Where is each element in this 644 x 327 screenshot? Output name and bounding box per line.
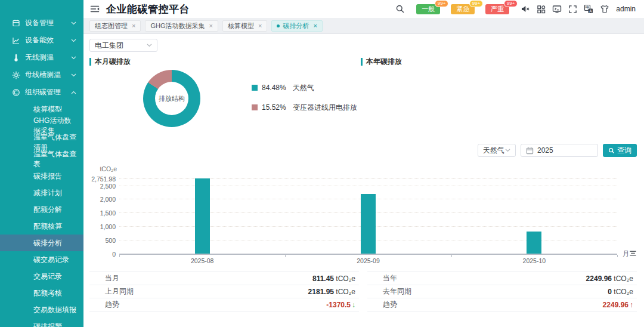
sidebar-item-label: 交易记录 <box>33 272 62 282</box>
chevron-up-icon <box>71 91 76 94</box>
sidebar-item-quota-accounting[interactable]: 配额核算 <box>0 218 83 235</box>
y-axis-tick-label: 1,000 <box>89 223 116 230</box>
sidebar-item-carbon-alarm[interactable]: 碳排报警 <box>0 318 83 327</box>
tab-config-diagram-mgmt[interactable]: 组态图管理× <box>89 20 141 32</box>
tab-accounting-model[interactable]: 核算模型× <box>222 20 267 32</box>
busbar-icon <box>12 71 20 79</box>
sidebar-item-label: 核算模型 <box>33 104 62 115</box>
tab-close-icon[interactable]: × <box>209 22 213 29</box>
sidebar-item-carbon-trade-records[interactable]: 碳交易记录 <box>0 251 83 268</box>
year-date-input[interactable]: 2025 <box>521 144 598 157</box>
sidebar-item-carbon-report[interactable]: 碳排报告 <box>0 168 83 184</box>
summary-row-value: 811.45 tCO₂e <box>312 274 359 283</box>
menu-fold-icon[interactable] <box>89 4 100 14</box>
year-summary-table: 当年2249.96 tCO₂e去年同期0 tCO₂e趋势2249.96↑ <box>367 272 637 311</box>
page-title: 企业能碳管控平台 <box>106 2 190 16</box>
year-section-header: 本年碳排放 <box>361 57 637 67</box>
main-area: 企业能碳管控平台 一般99+紧急99+严重99+ 中A admin 组态图管理×… <box>83 0 644 327</box>
section-accent-bar <box>89 58 91 66</box>
mute-icon[interactable] <box>521 4 530 14</box>
alarm-badge-critical[interactable]: 严重99+ <box>485 4 509 14</box>
tab-close-icon[interactable]: × <box>132 22 135 29</box>
sidebar-item-label: 温室气体盘查表 <box>33 149 76 169</box>
sidebar-item-label: 碳排报警 <box>33 322 62 327</box>
sidebar-item-quota-decompose[interactable]: 配额分解 <box>0 201 83 218</box>
sidebar-item-ghg-inventory-list[interactable]: 温室气体盘查清册 <box>0 134 83 151</box>
query-button-label: 查询 <box>617 146 631 156</box>
y-axis-tick-label: 500 <box>89 237 116 244</box>
trend-down-arrow-icon: ↓ <box>352 301 355 309</box>
search-icon[interactable] <box>395 4 405 14</box>
summary-row-label: 上月同期 <box>89 286 134 297</box>
svg-text:A: A <box>589 9 592 13</box>
x-axis-tick <box>119 255 120 257</box>
query-button[interactable]: 查询 <box>603 144 637 157</box>
sidebar-item-accounting-model[interactable]: 核算模型 <box>0 101 83 118</box>
summary-row-value: 2249.96 tCO₂e <box>586 274 637 283</box>
table-row: 当月811.45 tCO₂e <box>89 272 359 285</box>
sidebar-item-ghg-inventory-table[interactable]: 温室气体盘查表 <box>0 151 83 168</box>
chart-toolbox-icon[interactable] <box>629 249 637 260</box>
summary-row-label: 当年 <box>367 273 397 283</box>
screen-icon[interactable] <box>552 4 562 14</box>
tab-label: 组态图管理 <box>95 21 128 30</box>
user-name[interactable]: admin <box>616 5 636 13</box>
sidebar-item-device-mgmt[interactable]: 设备管理 <box>0 14 83 32</box>
x-axis-category-label: 2025-09 <box>342 257 395 264</box>
alarm-badge-urgent[interactable]: 紧急99+ <box>451 4 475 14</box>
sidebar-item-trade-records[interactable]: 交易记录 <box>0 268 83 285</box>
gas-select-value: 天然气 <box>483 146 504 156</box>
sidebar-item-device-efficiency[interactable]: 设备能效 <box>0 32 83 49</box>
sidebar-item-trade-data-report[interactable]: 交易数据填报 <box>0 301 83 318</box>
translate-icon[interactable]: 中A <box>584 4 593 14</box>
theme-icon[interactable] <box>600 4 609 14</box>
sidebar-item-reduction-plan[interactable]: 减排计划 <box>0 184 83 201</box>
summary-value-number: -1370.5 <box>326 301 351 309</box>
summary-value-unit: tCO₂e <box>612 288 633 296</box>
chevron-down-icon <box>71 56 76 60</box>
sidebar: 设备管理设备能效无线测温母线槽测温组织碳管理核算模型GHG活动数据采集温室气体盘… <box>0 0 83 327</box>
org-select[interactable]: 电工集团 <box>89 39 157 52</box>
summary-row-value: 2181.95 tCO₂e <box>308 288 359 296</box>
sidebar-item-label: 母线槽测温 <box>25 70 61 80</box>
fullscreen-icon[interactable] <box>568 5 577 14</box>
sidebar-item-carbon-analysis[interactable]: 碳排分析 <box>0 235 83 251</box>
sidebar-item-wireless-temp[interactable]: 无线测温 <box>0 49 83 66</box>
org-select-value: 电工集团 <box>95 41 123 51</box>
sidebar-item-ghg-data-collect[interactable]: GHG活动数据采集 <box>0 118 83 134</box>
year-emission-panel: 本年碳排放 天然气 2025 查询 <box>361 57 637 162</box>
bar-2025-08 <box>195 178 210 254</box>
year-section-title: 本年碳排放 <box>366 57 402 67</box>
month-summary-table: 当月811.45 tCO₂e上月同期2181.95 tCO₂e趋势-1370.5… <box>89 272 359 311</box>
sidebar-item-label: 配额分解 <box>33 205 62 215</box>
summary-row-label: 当月 <box>89 273 119 283</box>
summary-value-unit: tCO₂e <box>612 274 633 283</box>
table-row: 当年2249.96 tCO₂e <box>367 272 637 285</box>
tab-close-icon[interactable]: × <box>258 22 262 29</box>
summary-row-value: -1370.5↓ <box>326 301 359 309</box>
alarm-badge-count: 99+ <box>504 0 518 7</box>
section-accent-bar <box>361 58 363 66</box>
apps-icon[interactable] <box>537 5 546 14</box>
y-axis-tick-label: 2,000 <box>89 196 116 203</box>
tab-close-icon[interactable]: × <box>313 22 317 29</box>
year-date-value: 2025 <box>537 146 553 155</box>
sidebar-item-quota-assessment[interactable]: 配额考核 <box>0 285 83 301</box>
sidebar-item-label: 碳交易记录 <box>33 255 69 265</box>
sidebar-item-org-carbon-mgmt[interactable]: 组织碳管理 <box>0 84 83 101</box>
tab-carbon-analysis[interactable]: 碳排分析× <box>271 20 322 32</box>
alarm-badge-general[interactable]: 一般99+ <box>416 4 440 14</box>
legend-swatch <box>252 85 258 91</box>
summary-value-number: 811.45 <box>312 274 334 283</box>
tab-ghg-data-collect[interactable]: GHG活动数据采集× <box>145 20 218 32</box>
chevron-down-icon <box>71 39 76 42</box>
efficiency-icon <box>12 36 20 45</box>
chevron-down-icon <box>147 44 152 47</box>
x-axis-line <box>119 254 617 255</box>
sidebar-item-busway-temp[interactable]: 母线槽测温 <box>0 66 83 84</box>
alarm-badge-label: 一般 <box>422 5 435 13</box>
summary-row-value: 2249.96↑ <box>603 301 637 309</box>
gas-select[interactable]: 天然气 <box>478 144 516 157</box>
x-axis-category-label: 2025-10 <box>507 257 561 264</box>
y-axis-unit-label: tCO₂e <box>89 165 117 172</box>
